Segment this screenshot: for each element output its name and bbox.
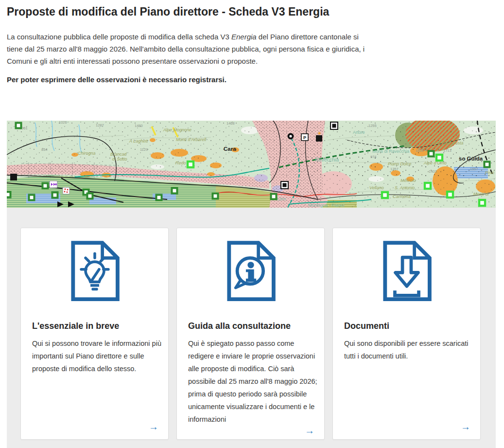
intro-paragraph: La consultazione pubblica delle proposte… [7,31,372,67]
map-place-label: so Guida [459,156,483,161]
map-place-label: Montagna [308,203,328,208]
map-place-label: S. Antonio [395,185,415,190]
map-place-label: Monti di Ravecchia [372,149,409,154]
map-marker-bright-green[interactable] [436,155,442,161]
map-elevation-label: 1713 [443,148,452,153]
map-place-label: Lòro [277,197,286,201]
registration-note: Per poter esprimere delle osservazioni è… [7,73,497,86]
map-elevation-label: 1557 [470,167,478,171]
map-place-label: ino [423,132,430,138]
map-elevation-label: 1255 [368,124,377,128]
map-elevation-label: 1468 [226,121,235,125]
map-marker-dark-green[interactable] [87,194,93,199]
map-place-label: Chirogna [78,151,96,156]
map-place-label: Brancad [110,152,127,157]
cards-panel: L'essenziale in breve Qui si possono tro… [7,208,496,448]
map-place-label: Monti di [473,192,489,197]
card-body: Qui sono disponibili per essere scaricat… [344,337,474,362]
map-marker-bright-green[interactable] [425,183,431,189]
download-document-icon [378,238,435,303]
arrow-right-icon[interactable]: → [461,422,470,431]
map-marker-bright-green[interactable] [382,192,388,198]
card-title: Guida alla consultazione [188,321,313,331]
map-marker-dark-green[interactable] [29,195,35,200]
main-content: Proposte di modifica del Piano direttore… [0,5,504,448]
parking-icon: P [301,134,308,141]
map-place-label: Carmena [393,194,411,199]
map-marker-dark-green[interactable] [43,183,48,189]
map-marker-bright-green[interactable] [188,161,193,167]
map-place-label: A Laghett [129,139,148,143]
map-place-label: Pisci [485,170,495,175]
map-elevation-label: 974 [370,155,377,159]
consultation-map[interactable]: P Alpe MognoneA LaghettBrancaddi SottoCh… [7,121,496,208]
map-marker-dark-green[interactable] [271,194,277,199]
map-marker-dark-green[interactable] [16,123,21,128]
map-place-label: Monti d'Arbarell [176,137,207,142]
card-body: Qui è spiegato passo passo come redigere… [188,337,318,426]
transit-icon [50,181,57,188]
map-place-label: Piano Dolce [388,161,412,166]
map-elevation-label: 1600 [416,148,424,153]
card-essenziale[interactable]: L'essenziale in breve Qui si possono tro… [20,228,169,440]
map-place-label: Alpe Mognone [163,127,191,132]
map-elevation-label: 1357 [390,167,399,171]
map-place-label: Ravecchia [315,157,339,162]
card-title: Documenti [344,321,469,331]
card-guida[interactable]: Guida alla consultazione Qui è spiegato … [176,228,325,440]
map-place-label: Artore [353,130,365,135]
recycling-icon [63,187,70,194]
intro-text-italic: Energia [231,33,257,41]
page-title: Proposte di modifica del Piano direttore… [7,5,497,18]
map-elevation-label: 1403 [429,169,437,174]
map-marker-bright-green[interactable] [479,200,485,206]
map-marker-bright-green[interactable] [447,192,453,197]
map-place-label: Redo [175,161,186,165]
lightbulb-document-icon [66,238,123,303]
map-place-label: Alpe della Costa [431,141,464,145]
map-marker-dark-green[interactable] [213,194,218,199]
card-title: L'essenziale in breve [32,321,157,331]
map-marker-dark-green[interactable] [52,193,58,198]
arrow-right-icon[interactable]: → [149,422,158,431]
card-documenti[interactable]: Documenti Qui sono disponibili per esser… [332,228,481,440]
map-marker-dark-green[interactable] [485,162,490,167]
card-body: Qui si possono trovare le informazioni p… [32,337,162,375]
map-elevation-label: 1129 [140,147,148,152]
map-elevation-label: 1026 [59,121,67,125]
map-place-label: Vellano [369,185,384,190]
map-elevation-label: 1287 [96,123,104,127]
map-marker-dark-green[interactable] [7,192,11,197]
map-place-label: di Sotto [112,157,127,161]
map-marker-dark-green[interactable] [429,151,434,157]
svg-text:P: P [303,135,306,140]
intro-text-1: La consultazione pubblica delle proposte… [7,33,231,41]
map-marker-dark-green[interactable] [172,188,177,194]
cards-row: L'essenziale in breve Qui si possono tro… [20,228,496,440]
arrow-right-icon[interactable]: → [305,426,314,435]
map-place-label: Cara [224,146,236,152]
info-document-icon [222,238,279,303]
map-marker-dark-green[interactable] [156,195,162,200]
map-place-label: Pianez [331,203,345,208]
map-elevation-label: 1480 [135,124,143,128]
map-elevation-label: 854 [41,147,48,152]
map-place-label: Melirolo [400,178,416,183]
